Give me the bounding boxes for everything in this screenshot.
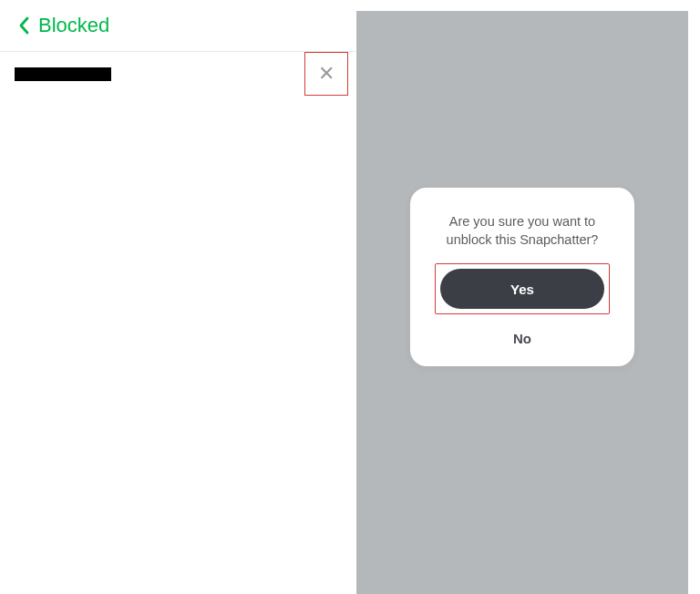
modal-overlay-panel: Are you sure you want to unblock this Sn… bbox=[356, 11, 688, 594]
page-title: Blocked bbox=[38, 14, 109, 37]
blocked-username-redacted bbox=[15, 67, 111, 81]
yes-button-highlight: Yes bbox=[435, 263, 610, 314]
page-header: Blocked bbox=[0, 0, 355, 52]
unblock-button[interactable]: ✕ bbox=[304, 52, 348, 96]
dialog-line-2: unblock this Snapchatter? bbox=[447, 232, 599, 247]
blocked-list-panel: Blocked ✕ bbox=[0, 0, 355, 583]
confirm-dialog: Are you sure you want to unblock this Sn… bbox=[410, 188, 634, 366]
yes-button[interactable]: Yes bbox=[440, 269, 604, 309]
no-button[interactable]: No bbox=[513, 325, 531, 350]
blocked-user-row: ✕ bbox=[0, 52, 355, 96]
dialog-message: Are you sure you want to unblock this Sn… bbox=[447, 213, 599, 249]
back-chevron-icon[interactable] bbox=[18, 16, 29, 35]
close-icon: ✕ bbox=[318, 62, 335, 86]
dialog-line-1: Are you sure you want to bbox=[449, 214, 595, 229]
